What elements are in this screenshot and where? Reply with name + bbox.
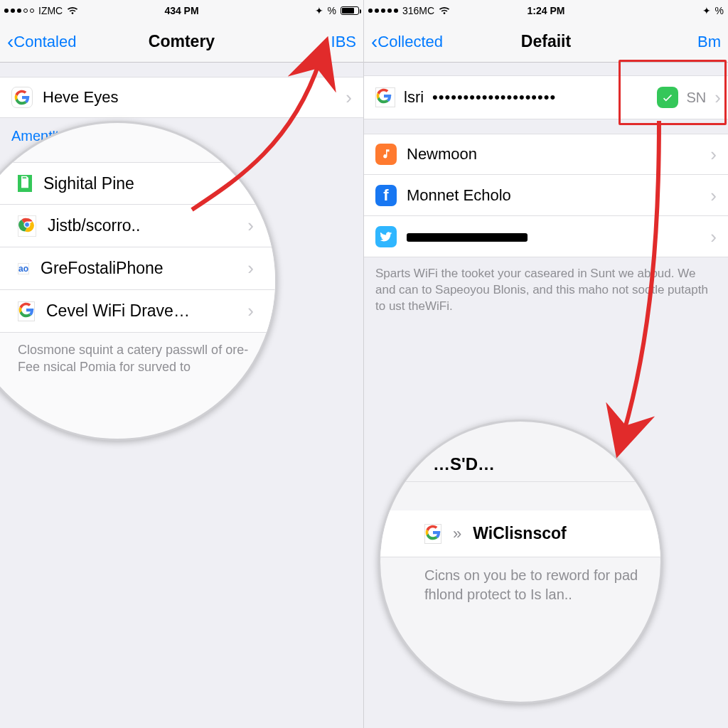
music-icon xyxy=(375,144,397,165)
bolt-icon: ✦ xyxy=(315,5,323,16)
list-item[interactable]: Newmoon › xyxy=(364,134,728,175)
list-item[interactable]: Cevel WiFi Drave… › xyxy=(0,290,275,333)
row-label-redacted xyxy=(407,228,700,246)
app-icon: ao xyxy=(18,263,29,274)
chevron-right-icon: › xyxy=(710,186,717,205)
row-label: Sighital Pine xyxy=(43,174,236,193)
nav-right-label: Bm xyxy=(697,33,721,51)
chrome-icon xyxy=(18,215,36,237)
list-item[interactable]: Sighital Pine › xyxy=(0,162,275,205)
google-icon xyxy=(18,301,35,321)
lens-header: …S'D… xyxy=(380,454,660,482)
bolt-icon: ✦ xyxy=(702,5,711,16)
row-label: Heve Eyes xyxy=(43,88,336,107)
clock-label: 434 PM xyxy=(164,5,198,16)
carrier-label: IZMC xyxy=(38,5,63,16)
battery-pct: % xyxy=(715,5,724,16)
nav-back-label: Contaled xyxy=(14,33,76,51)
list-item[interactable]: Jistb/scorro.. › xyxy=(0,205,275,247)
bird-icon xyxy=(375,226,397,247)
status-bar: IZMC 434 PM ✦ % xyxy=(0,0,363,21)
page-title: Comtery xyxy=(149,32,215,51)
chevron-right-icon: › xyxy=(247,173,254,195)
nav-bar: ‹ Collected Defaiit Bm xyxy=(364,21,728,63)
chevron-right-icon: › xyxy=(710,228,717,246)
carrier-label: 316MC xyxy=(402,5,434,16)
chevron-right-icon: › xyxy=(247,300,254,322)
google-icon xyxy=(424,524,441,544)
apps-group: Newmoon › f Monnet Echolo › › xyxy=(364,134,728,257)
highlight-box xyxy=(619,60,727,125)
right-screenshot: 316MC 1:24 PM ✦ % ‹ Collected Defaiit Bm xyxy=(364,0,728,728)
row-label: GreFostaliPhone xyxy=(41,259,236,278)
wifi-icon xyxy=(439,6,450,15)
signal-dots-icon xyxy=(368,9,398,13)
document-icon xyxy=(18,175,32,192)
status-bar: 316MC 1:24 PM ✦ % xyxy=(364,0,728,21)
password-label: lsri xyxy=(404,88,424,107)
breadcrumb-separator-icon: » xyxy=(453,525,461,543)
page-title: Defaiit xyxy=(521,32,571,51)
password-mask: •••••••••••••••••••• xyxy=(432,88,648,107)
chevron-left-icon: ‹ xyxy=(371,32,378,52)
chevron-left-icon: ‹ xyxy=(7,32,14,52)
row-label: Cevel WiFi Drave… xyxy=(46,301,236,321)
nav-back-button[interactable]: ‹ Contaled xyxy=(0,32,149,52)
signal-dots-icon xyxy=(4,9,34,13)
row-group-top: Heve Eyes › xyxy=(0,77,363,118)
magnifier-lens: Sighital Pine › Jistb/scorro.. › ao GreF… xyxy=(0,121,277,441)
section-footer: Sparts WiFi the tooket your caseared in … xyxy=(364,257,728,315)
battery-pct: % xyxy=(328,5,336,16)
row-label: Newmoon xyxy=(407,145,700,164)
magnifier-lens: …S'D… » WiClisnscof Cicns on you be to r… xyxy=(378,419,663,704)
nav-back-label: Collected xyxy=(378,33,443,51)
section-footer: Closmone squint a catery passwll of ore-… xyxy=(0,333,275,376)
list-item[interactable]: » WiClisnscof xyxy=(380,510,660,557)
list-item[interactable]: Heve Eyes › xyxy=(0,77,363,118)
nav-right-button[interactable]: Bm xyxy=(571,33,728,51)
list-item[interactable]: ao GreFostaliPhone › xyxy=(0,247,275,290)
chevron-right-icon: › xyxy=(346,88,352,107)
facebook-icon: f xyxy=(375,185,397,206)
list-item[interactable]: › xyxy=(364,216,728,257)
google-icon xyxy=(11,87,33,108)
chevron-right-icon: › xyxy=(710,145,717,164)
clock-label: 1:24 PM xyxy=(528,5,565,16)
left-screenshot: IZMC 434 PM ✦ % ‹ Contaled Comtery IBS xyxy=(0,0,364,728)
row-label: Monnet Echolo xyxy=(407,186,700,205)
battery-icon xyxy=(341,6,359,15)
nav-bar: ‹ Contaled Comtery IBS xyxy=(0,21,363,63)
row-label: WiClisnscof xyxy=(473,524,639,543)
google-icon xyxy=(375,87,395,107)
list-item[interactable]: f Monnet Echolo › xyxy=(364,175,728,216)
nav-right-label: IBS xyxy=(331,33,356,51)
lens-footer: Cicns on you be to reword for pad fhlond… xyxy=(380,557,660,604)
nav-back-button[interactable]: ‹ Collected xyxy=(364,32,521,52)
wifi-icon xyxy=(67,6,78,15)
chevron-right-icon: › xyxy=(247,215,254,237)
nav-right-button[interactable]: IBS xyxy=(215,33,363,51)
row-label: Jistb/scorro.. xyxy=(48,216,236,235)
chevron-right-icon: › xyxy=(247,257,254,279)
